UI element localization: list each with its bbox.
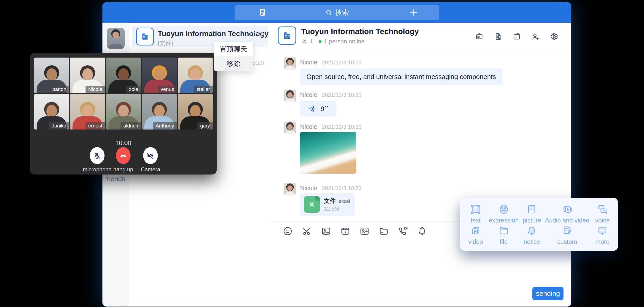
trends-label: trends (102, 175, 129, 183)
chat-header-actions (475, 32, 559, 41)
feature-label: picture (522, 217, 541, 224)
feature-video[interactable]: video (462, 224, 489, 246)
participant-name: aldrich (120, 122, 141, 129)
feature-label: more (596, 239, 610, 246)
folder-icon[interactable] (378, 226, 389, 236)
conversation-last-message: [文件] (158, 39, 173, 47)
sender-avatar[interactable] (284, 183, 296, 196)
image-attachment-beach[interactable] (300, 132, 356, 174)
camera-button[interactable] (143, 147, 158, 164)
participant-name: Nicole (86, 86, 105, 93)
menu-item-remove[interactable]: 移除 (214, 56, 253, 71)
conversation-context-menu: 置顶聊天 移除 (214, 42, 253, 71)
online-status: 1 person online (324, 38, 364, 45)
member-count: 1 (310, 38, 313, 45)
feature-label: Audio and video (545, 217, 589, 224)
conversation-time: 15:20 (249, 31, 264, 38)
call-timer: 10:00 (30, 139, 217, 147)
excel-file-icon (304, 196, 320, 213)
chat-group-avatar (278, 26, 296, 45)
feature-label: expression (489, 217, 519, 224)
file-name: 文件 (324, 197, 336, 204)
video-call-window: patton Nicole zole venus stellar danika … (30, 53, 217, 175)
feature-audio-video[interactable]: Audio and video (545, 203, 589, 224)
notification-bell-icon[interactable] (417, 226, 428, 236)
file-attachment[interactable]: 文件 .excel 12.8M (300, 193, 355, 216)
participant-name: venus (158, 86, 177, 93)
chat-panel: Tuoyun Information Technology 1 1 person… (271, 23, 571, 307)
feature-picture[interactable]: picture (519, 203, 545, 224)
search-icon (325, 8, 333, 17)
emoji-icon[interactable] (282, 226, 293, 236)
sender-avatar[interactable] (284, 57, 296, 70)
contact-card-icon[interactable] (359, 226, 370, 236)
sender-name: Nicole (300, 123, 317, 130)
video-icon[interactable] (340, 226, 350, 236)
voice-bubbles-icon (596, 203, 608, 215)
group-avatar (136, 28, 154, 45)
microphone-button[interactable] (90, 147, 104, 164)
sender-name: Nicole (300, 91, 317, 98)
sender-avatar[interactable] (284, 89, 296, 102)
participant-name: zole (126, 86, 141, 93)
participant-name: danika (49, 122, 69, 129)
participant-name: Anthony (153, 122, 177, 129)
participant-tile: patton (34, 57, 69, 93)
sender-avatar[interactable] (284, 121, 296, 134)
feature-label: voice (595, 217, 610, 224)
video-clip-icon (470, 225, 482, 237)
picture-icon[interactable] (321, 226, 332, 236)
feature-custom[interactable]: custom (545, 224, 589, 246)
audio-video-icon (561, 203, 573, 215)
search-area[interactable]: 搜索 (235, 5, 439, 20)
participant-tile: Nicole (70, 57, 105, 93)
feature-label: file (500, 239, 508, 246)
voice-bubble[interactable]: 9`` (300, 101, 336, 116)
participant-tile: danika (34, 94, 69, 129)
add-member-icon[interactable] (531, 32, 540, 41)
custom-doc-icon (561, 225, 573, 237)
chat-meta: 1 1 person online (301, 38, 364, 45)
voice-wave-icon (308, 104, 317, 113)
participant-grid: patton Nicole zole venus stellar danika … (34, 57, 213, 129)
feature-expression[interactable]: expression (489, 203, 519, 224)
file-size: 12.8M (324, 206, 339, 212)
my-avatar[interactable] (107, 28, 125, 49)
feature-more[interactable]: more (589, 224, 616, 246)
send-button[interactable]: sending (532, 287, 564, 300)
call-icon[interactable] (398, 226, 408, 236)
notice-bell-icon (526, 225, 538, 237)
participant-name: gary (197, 122, 213, 129)
feature-label: custom (557, 239, 577, 246)
group-files-icon[interactable] (512, 32, 522, 41)
plus-icon (409, 8, 418, 17)
members-icon (301, 38, 308, 45)
chat-history-search-icon[interactable] (494, 32, 503, 41)
sender-name: Nicole (300, 185, 317, 191)
settings-gear-icon[interactable] (550, 32, 559, 41)
screenshot-scissors-icon[interactable] (302, 226, 312, 236)
text-icon (470, 203, 482, 215)
group-notice-icon[interactable] (475, 32, 484, 41)
menu-item-pin-chat[interactable]: 置顶聊天 (214, 42, 253, 56)
feature-voice[interactable]: voice (589, 203, 616, 224)
search-bar[interactable]: 搜索 (235, 5, 439, 20)
feature-label: notice (524, 239, 540, 246)
file-ext: .excel (337, 199, 350, 204)
message-time: 2021/12/3 10:33 (322, 185, 362, 191)
feature-file[interactable]: file (489, 224, 519, 246)
sender-name: Nicole (300, 59, 317, 66)
participant-tile: zole (106, 57, 141, 93)
add-button[interactable] (409, 5, 418, 20)
participant-name: ernest (86, 122, 105, 129)
hang-up-icon (119, 151, 128, 160)
hang-up-button[interactable] (116, 147, 130, 164)
participant-tile: venus (142, 57, 177, 93)
feature-text[interactable]: text (462, 203, 489, 224)
participant-tile: ernest (70, 94, 105, 129)
text-bubble: Open source, free, and universal instant… (300, 68, 502, 85)
feature-notice[interactable]: notice (519, 224, 545, 246)
file-folder-icon (498, 225, 510, 237)
search-placeholder: 搜索 (335, 8, 349, 17)
feature-label: video (468, 239, 483, 246)
